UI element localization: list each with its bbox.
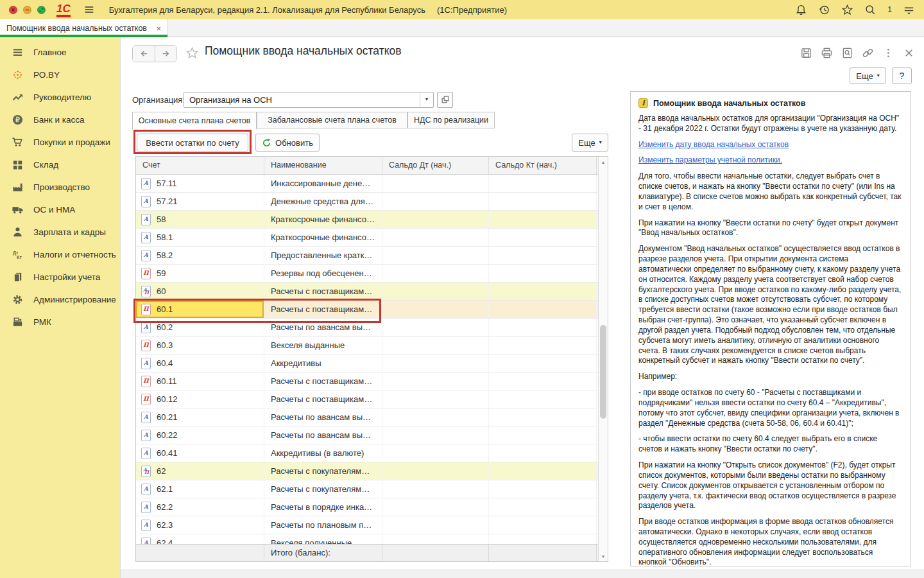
account-name-cell[interactable]: Расчеты с покупателям… (264, 480, 382, 498)
table-row[interactable]: П 60.11 Расчеты с поставщикам… (136, 372, 599, 390)
debit-cell[interactable] (382, 462, 489, 480)
help-link[interactable]: Изменить дату ввода начальных остатков (638, 140, 903, 150)
account-name-cell[interactable]: Предоставленные кратк… (264, 247, 382, 264)
credit-cell[interactable] (489, 337, 597, 354)
account-name-cell[interactable]: Расчеты в порядке инка… (264, 498, 382, 516)
sidebar-item-poby[interactable]: РО.BY (0, 64, 120, 86)
table-row[interactable]: АП 60 Расчеты с поставщикам… (136, 283, 599, 301)
sidebar-item-dtkt[interactable]: ДтКт Налоги и отчетность (0, 243, 120, 266)
add-to-favorites-star-icon[interactable] (185, 46, 199, 62)
account-name-cell[interactable]: Векселя выданные (264, 337, 382, 354)
credit-cell[interactable] (489, 175, 597, 192)
table-row[interactable]: А 62.1 Расчеты с покупателям… (136, 480, 599, 498)
notifications-bell-icon[interactable] (795, 4, 807, 16)
account-name-cell[interactable]: Краткосрочные финансо… (264, 211, 382, 228)
account-cell[interactable]: А 62.3 (136, 516, 264, 534)
save-icon[interactable] (800, 47, 812, 59)
enter-balances-button[interactable]: Ввести остатки по счету (137, 134, 248, 152)
table-row[interactable]: А 60.21 Расчеты по авансам вы… (136, 408, 599, 426)
history-icon[interactable] (818, 4, 830, 16)
credit-cell[interactable] (489, 247, 597, 264)
debit-cell[interactable] (382, 426, 489, 444)
table-row[interactable]: А 60.4 Аккредитивы (136, 355, 599, 372)
service-menu-icon[interactable] (903, 4, 915, 16)
account-name-cell[interactable]: Краткосрочные финансо… (264, 229, 382, 246)
account-name-cell[interactable]: Расчеты с поставщикам… (264, 372, 382, 390)
search-icon[interactable] (864, 4, 877, 16)
account-cell[interactable]: П 59 (136, 265, 264, 282)
table-row[interactable]: П 60.1 Расчеты с поставщикам… (136, 301, 599, 319)
debit-cell[interactable] (382, 283, 489, 300)
credit-cell[interactable] (489, 390, 597, 408)
account-name-cell[interactable]: Расчеты по авансам вы… (264, 408, 382, 426)
debit-cell[interactable] (382, 175, 489, 192)
account-name-cell[interactable]: Резервы под обесценен… (264, 265, 382, 282)
debit-cell[interactable] (382, 480, 489, 498)
organization-combobox[interactable]: Организация на ОСН ▾ (184, 92, 434, 108)
sidebar-item-menu[interactable]: Главное (0, 41, 120, 64)
credit-cell[interactable] (489, 283, 597, 300)
account-cell[interactable]: А 60.2 (136, 319, 264, 336)
credit-cell[interactable] (489, 211, 597, 228)
account-cell[interactable]: П 60.12 (136, 390, 264, 408)
account-cell[interactable]: П 60.11 (136, 372, 264, 390)
sidebar-item-grid[interactable]: Склад (0, 153, 120, 176)
debit-cell[interactable] (382, 265, 489, 282)
table-row[interactable]: П 59 Резервы под обесценен… (136, 265, 599, 283)
credit-cell[interactable] (489, 498, 597, 516)
account-cell[interactable]: А 58.2 (136, 247, 264, 264)
account-name-cell[interactable]: Инкассированные дене… (264, 175, 382, 192)
close-form-icon[interactable] (903, 47, 915, 59)
credit-cell[interactable] (489, 301, 597, 318)
sidebar-item-truck[interactable]: ОС и НМА (0, 198, 120, 221)
sidebar-item-cart[interactable]: Покупки и продажи (0, 131, 120, 153)
account-name-cell[interactable]: Аккредитивы (264, 355, 382, 372)
debit-cell[interactable] (382, 372, 489, 390)
credit-cell[interactable] (489, 372, 597, 390)
table-row[interactable]: А 58.1 Краткосрочные финансо… (136, 229, 599, 247)
tab-main-accounts[interactable]: Основные счета плана счетов (132, 112, 257, 130)
account-name-cell[interactable]: Расчеты по авансам вы… (264, 426, 382, 444)
account-cell[interactable]: А 62.1 (136, 480, 264, 498)
main-menu-icon[interactable] (83, 4, 95, 15)
back-button[interactable] (133, 46, 155, 62)
account-name-cell[interactable]: Расчеты с поставщикам… (264, 283, 382, 300)
sidebar-item-factory[interactable]: Производство (0, 176, 120, 198)
window-maximize-button[interactable] (37, 6, 46, 14)
debit-cell[interactable] (382, 355, 489, 372)
account-cell[interactable]: А 57.21 (136, 193, 264, 210)
table-row[interactable]: П 60.3 Векселя выданные (136, 337, 599, 355)
column-header-account[interactable]: Счет (136, 157, 264, 174)
help-link[interactable]: Изменить параметры учетной политики. (638, 155, 903, 166)
debit-cell[interactable] (382, 229, 489, 246)
debit-cell[interactable] (382, 337, 489, 354)
debit-cell[interactable] (382, 247, 489, 264)
account-cell[interactable]: А 58.1 (136, 229, 264, 246)
scroll-down-icon[interactable]: ▼ (599, 552, 608, 561)
table-row[interactable]: А 62.3 Расчеты по плановым п… (136, 516, 599, 534)
credit-cell[interactable] (489, 516, 597, 534)
debit-cell[interactable] (382, 193, 489, 210)
account-cell[interactable]: АП 62 (136, 462, 264, 480)
tab-offbalance-accounts[interactable]: Забалансовые счета плана счетов (257, 112, 407, 128)
tab-vat-sales[interactable]: НДС по реализации (407, 112, 495, 128)
scrollbar-thumb[interactable] (600, 325, 606, 419)
table-row[interactable]: А 58 Краткосрочные финансо… (136, 211, 599, 229)
account-name-cell[interactable]: Расчеты по авансам вы… (264, 319, 382, 336)
table-scrollbar[interactable]: ▲ ▼ (598, 157, 608, 561)
debit-cell[interactable] (382, 390, 489, 408)
link-icon[interactable] (862, 47, 874, 59)
debit-cell[interactable] (382, 211, 489, 228)
debit-cell[interactable] (382, 444, 489, 462)
sidebar-item-ruble[interactable]: ₽ Банк и касса (0, 109, 120, 131)
scroll-up-icon[interactable]: ▲ (599, 157, 608, 166)
credit-cell[interactable] (489, 355, 597, 372)
account-name-cell[interactable]: Расчеты с поставщикам… (264, 301, 382, 318)
credit-cell[interactable] (489, 462, 597, 480)
sidebar-item-pages[interactable]: Настройки учета (0, 266, 120, 288)
tab-close-icon[interactable]: × (155, 24, 162, 33)
sidebar-item-gear[interactable]: Администрирование (0, 288, 120, 311)
account-name-cell[interactable]: Денежные средства для… (264, 193, 382, 210)
account-cell[interactable]: А 60.21 (136, 408, 264, 426)
account-cell[interactable]: П 60.1 (136, 301, 264, 318)
